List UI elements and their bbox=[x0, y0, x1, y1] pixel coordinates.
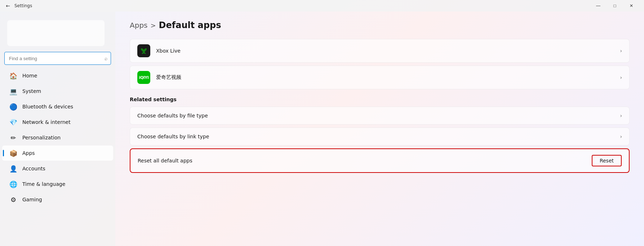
main-layout: ⌕ 🏠Home💻System🔵Bluetooth & devices💎Netwo… bbox=[0, 12, 644, 246]
sidebar-profile bbox=[0, 14, 115, 50]
setting-item-file-type[interactable]: Choose defaults by file type› bbox=[130, 107, 630, 125]
bluetooth-icon: 🔵 bbox=[9, 103, 17, 111]
sidebar-label-bluetooth: Bluetooth & devices bbox=[22, 104, 73, 109]
search-icon: ⌕ bbox=[105, 55, 107, 61]
sidebar-label-time: Time & language bbox=[22, 181, 65, 187]
chevron-right-icon: › bbox=[620, 134, 622, 139]
app-item-xbox[interactable]: Xbox Live› bbox=[130, 39, 630, 63]
sidebar-item-system[interactable]: 💻System bbox=[2, 84, 113, 99]
setting-label-link-type: Choose defaults by link type bbox=[137, 134, 620, 139]
back-icon: ← bbox=[6, 3, 10, 9]
sidebar-item-accounts[interactable]: 👤Accounts bbox=[2, 161, 113, 176]
close-button[interactable]: ✕ bbox=[623, 0, 640, 12]
sidebar-item-time[interactable]: 🌐Time & language bbox=[2, 176, 113, 192]
title-bar-title: Settings bbox=[14, 3, 32, 8]
breadcrumb-parent[interactable]: Apps bbox=[130, 21, 148, 30]
nav-container: 🏠Home💻System🔵Bluetooth & devices💎Network… bbox=[0, 68, 115, 207]
chevron-right-icon: › bbox=[620, 48, 622, 54]
sidebar-label-system: System bbox=[22, 88, 41, 94]
sidebar-label-gaming: Gaming bbox=[22, 197, 42, 202]
window-controls: — □ ✕ bbox=[590, 0, 640, 12]
setting-label-file-type: Choose defaults by file type bbox=[137, 113, 620, 118]
reset-button[interactable]: Reset bbox=[592, 155, 622, 166]
gaming-icon: ⚙️ bbox=[9, 196, 17, 203]
sidebar: ⌕ 🏠Home💻System🔵Bluetooth & devices💎Netwo… bbox=[0, 12, 115, 246]
chevron-right-icon: › bbox=[620, 75, 622, 80]
system-icon: 💻 bbox=[9, 87, 17, 95]
sidebar-item-personalization[interactable]: ✏️Personalization bbox=[2, 130, 113, 145]
iqiyi-icon: iQIYI bbox=[137, 71, 150, 84]
related-settings-title: Related settings bbox=[130, 97, 630, 102]
profile-box bbox=[7, 20, 105, 46]
app-list: Xbox Live›iQIYI爱奇艺视频› bbox=[130, 39, 630, 89]
app-name-xbox: Xbox Live bbox=[156, 48, 620, 54]
settings-list: Choose defaults by file type›Choose defa… bbox=[130, 107, 630, 146]
breadcrumb-separator: > bbox=[151, 22, 156, 29]
sidebar-item-gaming[interactable]: ⚙️Gaming bbox=[2, 192, 113, 207]
app-item-iqiyi[interactable]: iQIYI爱奇艺视频› bbox=[130, 66, 630, 89]
search-box: ⌕ bbox=[4, 52, 111, 65]
sidebar-item-home[interactable]: 🏠Home bbox=[2, 68, 113, 83]
reset-label: Reset all default apps bbox=[138, 158, 592, 164]
time-icon: 🌐 bbox=[9, 180, 17, 188]
sidebar-label-home: Home bbox=[22, 73, 37, 79]
network-icon: 💎 bbox=[9, 118, 17, 126]
minimize-button[interactable]: — bbox=[590, 0, 607, 12]
apps-icon: 📦 bbox=[9, 149, 17, 157]
search-input[interactable] bbox=[4, 52, 111, 65]
back-button[interactable]: ← bbox=[4, 2, 12, 9]
personalization-icon: ✏️ bbox=[9, 134, 17, 142]
sidebar-item-bluetooth[interactable]: 🔵Bluetooth & devices bbox=[2, 99, 113, 114]
chevron-right-icon: › bbox=[620, 113, 622, 118]
app-name-iqiyi: 爱奇艺视频 bbox=[156, 74, 620, 81]
accounts-icon: 👤 bbox=[9, 165, 17, 173]
sidebar-label-apps: Apps bbox=[22, 150, 35, 156]
xbox-icon bbox=[137, 44, 150, 57]
title-bar: ← Settings — □ ✕ bbox=[0, 0, 644, 12]
sidebar-label-accounts: Accounts bbox=[22, 166, 45, 171]
sidebar-label-network: Network & internet bbox=[22, 119, 71, 125]
content-area: Apps > Default apps Xbox Live›iQIYI爱奇艺视频… bbox=[115, 12, 644, 246]
sidebar-label-personalization: Personalization bbox=[22, 135, 61, 140]
sidebar-item-apps[interactable]: 📦Apps bbox=[2, 146, 113, 161]
sidebar-item-network[interactable]: 💎Network & internet bbox=[2, 115, 113, 130]
maximize-button[interactable]: □ bbox=[607, 0, 623, 12]
setting-item-link-type[interactable]: Choose defaults by link type› bbox=[130, 128, 630, 146]
breadcrumb-current: Default apps bbox=[159, 20, 221, 30]
home-icon: 🏠 bbox=[9, 72, 17, 80]
reset-row: Reset all default apps Reset bbox=[130, 148, 630, 173]
breadcrumb: Apps > Default apps bbox=[130, 20, 630, 30]
